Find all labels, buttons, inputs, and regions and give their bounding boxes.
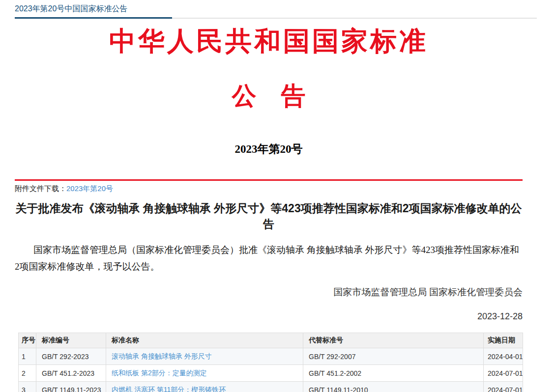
impl-date-cell: 2024-04-01 (484, 348, 523, 365)
impl-date-cell: 2024-07-01 (484, 382, 523, 392)
column-header: 代替标准号 (303, 333, 484, 348)
notice-heading: 关于批准发布《滚动轴承 角接触球轴承 外形尺寸》等423项推荐性国家标准和2项国… (15, 200, 523, 232)
attachment-row: 附件文件下载：2023年第20号 (15, 181, 523, 194)
column-header: 实施日期 (484, 333, 523, 348)
column-header: 序号 (19, 333, 36, 348)
announcement-document: 中华人民共和国国家标准 公 告 2023年第20号 附件文件下载：2023年第2… (15, 28, 523, 392)
column-header: 标准名称 (106, 333, 303, 348)
table-row: 2GB/T 451.2-2023纸和纸板 第2部分：定量的测定GB/T 451.… (19, 365, 523, 382)
impl-date-cell: 2024-07-01 (484, 365, 523, 382)
page: 2023年第20号中国国家标准公告 中华人民共和国国家标准 公 告 2023年第… (0, 0, 556, 392)
replaced-no-cell: GB/T 1149.11-2010 (303, 382, 484, 392)
standard-no-cell: GB/T 451.2-2023 (36, 365, 106, 382)
standard-no-cell: GB/T 292-2023 (36, 348, 106, 365)
standard-name-cell: 内燃机 活塞环 第11部分：楔形铸铁环 (106, 382, 303, 392)
standard-name-cell: 纸和纸板 第2部分：定量的测定 (106, 365, 303, 382)
seq-cell: 3 (19, 382, 36, 392)
signature: 国家市场监督管理总局 国家标准化管理委员会 (15, 287, 523, 298)
document-title: 中华人民共和国国家标准 (15, 28, 523, 55)
standard-name-link[interactable]: 内燃机 活塞环 第11部分：楔形铸铁环 (112, 386, 226, 392)
replaced-no-cell: GB/T 292-2007 (303, 348, 484, 365)
seq-cell: 1 (19, 348, 36, 365)
standard-name-link[interactable]: 滚动轴承 角接触球轴承 外形尺寸 (112, 352, 212, 360)
standard-name-cell: 滚动轴承 角接触球轴承 外形尺寸 (106, 348, 303, 365)
announcement-date: 2023-12-28 (15, 311, 523, 322)
table-row: 1GB/T 292-2023滚动轴承 角接触球轴承 外形尺寸GB/T 292-2… (19, 348, 523, 365)
standard-name-link[interactable]: 纸和纸板 第2部分：定量的测定 (112, 369, 207, 377)
column-header: 标准编号 (36, 333, 106, 348)
table-row: 3GB/T 1149.11-2023内燃机 活塞环 第11部分：楔形铸铁环GB/… (19, 382, 523, 392)
document-subtitle: 公 告 (15, 84, 523, 108)
tab-announcement[interactable]: 2023年第20号中国国家标准公告 (15, 4, 172, 19)
tab-bar: 2023年第20号中国国家标准公告 (15, 0, 537, 19)
replaced-no-cell: GB/T 451.2-2002 (303, 365, 484, 382)
attachment-link[interactable]: 2023年第20号 (66, 184, 113, 193)
attachment-label: 附件文件下载： (15, 184, 66, 193)
issue-number: 2023年第20号 (15, 143, 523, 155)
notice-body: 国家市场监督管理总局（国家标准化管理委员会）批准《滚动轴承 角接触球轴承 外形尺… (15, 242, 523, 275)
seq-cell: 2 (19, 365, 36, 382)
table-header-row: 序号标准编号标准名称代替标准号实施日期 (19, 333, 523, 348)
standards-table: 序号标准编号标准名称代替标准号实施日期 1GB/T 292-2023滚动轴承 角… (18, 333, 523, 392)
standard-no-cell: GB/T 1149.11-2023 (36, 382, 106, 392)
